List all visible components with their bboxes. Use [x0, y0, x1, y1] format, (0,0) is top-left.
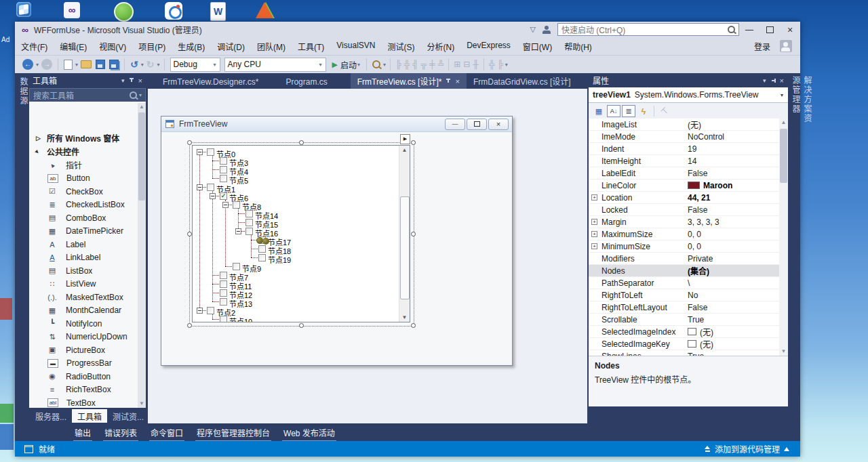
close-button[interactable]: × — [780, 22, 800, 37]
autohide-tab-data-sources[interactable]: 数据源 — [18, 77, 29, 106]
menu-item-t[interactable]: 工具(T) — [292, 41, 330, 52]
redo-dropdown-icon[interactable]: ▾ — [157, 62, 160, 68]
new-file-dropdown-icon[interactable]: ▾ — [75, 62, 78, 68]
same-size-icon[interactable]: ⊟ — [463, 60, 470, 69]
document-tab[interactable]: FrmTreeView.Designer.cs* — [156, 75, 265, 89]
menu-item-n[interactable]: 分析(N) — [420, 41, 460, 52]
document-tab[interactable]: FrmDataGridView.cs [设计] — [467, 73, 578, 89]
toolbox-menu-icon[interactable]: ▾ — [121, 77, 125, 84]
property-value[interactable]: 3, 3, 3, 3 — [688, 217, 719, 227]
properties-pin-icon[interactable] — [770, 78, 776, 83]
toolbox-item[interactable]: abButton — [29, 172, 146, 186]
toolbox-bottom-tab[interactable]: 服务器... — [30, 409, 72, 423]
sign-in-link[interactable]: 登录 — [748, 41, 780, 52]
save-all-icon[interactable] — [109, 60, 119, 69]
properties-view-icon[interactable]: ≣ — [622, 105, 635, 117]
property-value[interactable]: (集合) — [688, 265, 709, 276]
property-row[interactable]: ImeModeNoControl — [589, 131, 779, 143]
property-row[interactable]: RightToLeftLayoutFalse — [589, 301, 779, 314]
properties-close-icon[interactable]: × — [780, 77, 784, 85]
align-rights-icon[interactable]: ╣ — [412, 60, 418, 69]
source-control-action[interactable]: 添加到源代码管理 — [705, 443, 800, 455]
toolbox-item[interactable]: ▤ListBox — [29, 264, 146, 278]
document-tab[interactable]: FrmTreeView.cs [设计]*× — [351, 73, 467, 89]
toolbox-item[interactable]: (.).MaskedTextBox — [29, 291, 146, 304]
property-value[interactable]: False — [688, 169, 707, 178]
undo-dropdown-icon[interactable]: ▾ — [141, 62, 144, 68]
properties-scrollbar[interactable]: ▲ ▼ — [779, 119, 788, 356]
toolbox-group[interactable]: ▸公共控件 — [29, 145, 146, 158]
same-width-icon[interactable]: ⊞ — [454, 60, 460, 69]
autohide-tab-solution-explorer[interactable]: 解决方案资源管理器 — [790, 76, 813, 123]
property-value[interactable]: 14 — [688, 156, 696, 166]
undo-icon[interactable]: ↺ — [130, 59, 138, 70]
toolbox-item[interactable]: ALinkLabel — [29, 251, 146, 265]
property-row[interactable]: RightToLeftNo — [589, 289, 779, 301]
property-row[interactable]: Nodes(集合) — [589, 265, 779, 277]
open-file-icon[interactable] — [81, 60, 92, 68]
property-pages-icon[interactable]: ⊢ — [658, 105, 671, 117]
smart-tag-button[interactable]: ▶ — [400, 134, 410, 144]
selection-handle[interactable] — [299, 323, 304, 328]
selection-handle[interactable] — [187, 232, 192, 236]
property-value[interactable]: 0, 0 — [688, 242, 701, 251]
property-row[interactable]: +Location44, 21 — [589, 192, 779, 204]
layout-extra-icon[interactable]: ╬ — [489, 60, 495, 69]
start-debug-button[interactable]: ▶ 启动 ▾ — [332, 59, 361, 70]
toolbox-item[interactable]: ▦DateTimePicker — [29, 225, 146, 238]
property-value[interactable]: (无) — [688, 338, 713, 350]
toolbox-item[interactable]: ablTextBox — [29, 396, 146, 408]
toolbox-item[interactable]: ≣CheckedListBox — [29, 198, 146, 212]
tab-close-icon[interactable]: × — [455, 77, 459, 85]
find-dropdown-icon[interactable]: ▾ — [383, 62, 386, 68]
menu-item-devexpress[interactable]: DevExpress — [460, 41, 517, 52]
property-row[interactable]: SelectedImageIndex(无) — [589, 326, 779, 338]
menu-item-f[interactable]: 文件(F) — [15, 41, 54, 52]
menu-item-visualsvn[interactable]: VisualSVN — [330, 41, 381, 52]
toolbox-item[interactable]: ▣PictureBox — [29, 343, 146, 357]
property-value[interactable]: False — [688, 205, 707, 215]
expand-plus-icon[interactable]: + — [591, 231, 597, 237]
toolbox-item[interactable]: ALabel — [29, 238, 146, 251]
property-row[interactable]: ImageList(无) — [589, 119, 779, 131]
toolbox-item[interactable]: ☑CheckBox — [29, 185, 146, 198]
property-row[interactable]: ModifiersPrivate — [589, 253, 779, 265]
account-avatar[interactable] — [780, 40, 792, 52]
menu-item-w[interactable]: 窗口(W) — [517, 41, 558, 52]
align-tops-icon[interactable]: ╦ — [421, 60, 427, 69]
property-value[interactable]: 0, 0 — [688, 230, 701, 239]
property-row[interactable]: Indent19 — [589, 143, 779, 155]
properties-header[interactable]: 属性 ▾ × — [589, 73, 788, 87]
property-value[interactable]: Maroon — [688, 181, 732, 190]
selection-handle[interactable] — [411, 323, 416, 328]
solution-config-select[interactable]: Debug▾ — [170, 58, 220, 72]
maximize-button[interactable] — [760, 22, 780, 37]
property-value[interactable]: NoControl — [688, 132, 724, 142]
align-bottoms-icon[interactable]: ╩ — [438, 60, 444, 69]
same-height-icon[interactable]: ╫ — [473, 60, 479, 69]
property-value[interactable]: (无) — [688, 119, 701, 130]
property-row[interactable]: SelectedImageKey(无) — [589, 338, 779, 350]
property-value[interactable]: Private — [688, 254, 713, 264]
toolbox-item[interactable]: ≡RichTextBox — [29, 383, 146, 397]
toolbox-bottom-tab[interactable]: 测试资... — [107, 409, 149, 423]
property-row[interactable]: LockedFalse — [589, 204, 779, 216]
categorized-icon[interactable]: ▦ — [592, 105, 606, 117]
property-row[interactable]: LineColorMaroon — [589, 180, 779, 192]
selection-handle[interactable] — [411, 140, 416, 145]
menu-item-d[interactable]: 调试(D) — [211, 41, 251, 52]
property-value[interactable]: (无) — [688, 326, 713, 337]
property-row[interactable]: ScrollableTrue — [589, 314, 779, 326]
property-value[interactable]: No — [688, 291, 698, 300]
object-dropdown-icon[interactable]: ▾ — [781, 92, 783, 98]
menu-item-b[interactable]: 生成(B) — [172, 41, 211, 52]
back-dropdown-icon[interactable]: ▾ — [36, 62, 39, 68]
document-tab[interactable]: Program.cs — [279, 75, 334, 89]
toolbox-pin-icon[interactable] — [129, 78, 134, 83]
toolbox-close-icon[interactable]: × — [138, 77, 142, 85]
menu-item-h[interactable]: 帮助(H) — [558, 41, 598, 52]
toolbox-item[interactable]: ⇅NumericUpDown — [29, 331, 146, 344]
navigate-back-icon[interactable]: ← — [22, 59, 33, 70]
properties-menu-icon[interactable]: ▾ — [763, 77, 766, 84]
property-row[interactable]: ShowLinesTrue — [589, 350, 779, 356]
